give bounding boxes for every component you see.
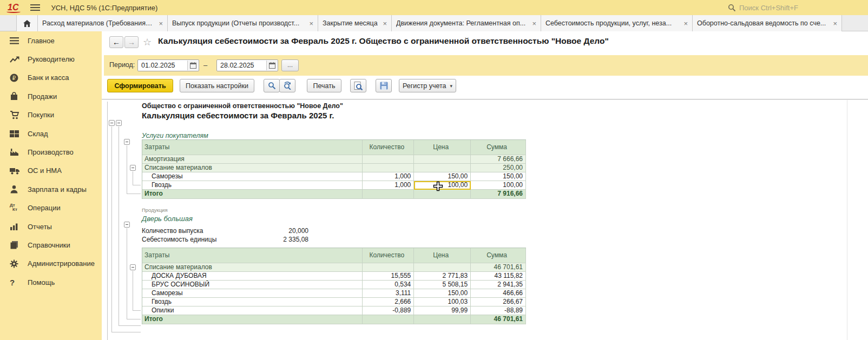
cell-qty[interactable]: 1,000 [363,172,414,181]
sidebar-item-bank-i-kassa[interactable]: ₽ Банк и касса [0,69,102,87]
cell-total-sum[interactable]: 7 916,66 [471,190,526,199]
calendar-icon[interactable] [187,61,198,70]
close-icon[interactable]: × [159,19,163,28]
cell-sum[interactable]: 7 666,66 [471,155,526,164]
save-button[interactable] [376,79,392,92]
sidebar-item-prodazhi[interactable]: Продажи [0,87,102,105]
tab-dvizheniya-dokumenta[interactable]: Движения документа: Регламентная оп... × [392,15,541,31]
tab-osv[interactable]: Оборотно-сальдовая ведомость по сче... × [693,15,842,31]
cell-price[interactable]: 5 508,15 [414,281,471,289]
cell-price[interactable]: 100,03 [414,298,471,306]
main-menu-icon[interactable] [30,4,40,11]
sidebar-item-pomosch[interactable]: ? Помощь [0,273,102,291]
close-icon[interactable]: × [833,19,837,28]
cell-name[interactable]: Гвоздь [142,181,363,190]
tab-rashod-materialov[interactable]: Расход материалов (Требования-накла... × [38,15,168,31]
cell-price[interactable]: 150,00 [414,172,471,181]
sidebar-item-glavnoe[interactable]: Главное [0,31,102,50]
info-value[interactable]: 2 335,08 [283,236,308,243]
cell-sum[interactable]: 150,00 [471,172,526,181]
cell-name[interactable]: Гвоздь [142,298,363,306]
cell-name[interactable]: Саморезы [142,289,363,298]
tab-vypusk-produkcii[interactable]: Выпуск продукции (Отчеты производст... × [168,15,318,31]
period-more-button[interactable]: ... [281,59,299,71]
cell-qty[interactable]: 1,000 [363,181,414,190]
global-search-input[interactable]: Поиск Ctrl+Shift+F [728,2,844,14]
find-button[interactable] [264,79,280,92]
sidebar-item-spravochniki[interactable]: Справочники [0,236,102,254]
cell-sum[interactable]: 250,00 [471,164,526,172]
cell-name[interactable]: Списание материалов [142,263,363,272]
cell-sum[interactable]: 466,66 [471,289,526,298]
sidebar-item-rukovoditelyu[interactable]: Руководителю [0,50,102,68]
sidebar-item-operacii[interactable]: ДтКт Операции [0,199,102,217]
cell-sum[interactable]: 266,67 [471,298,526,306]
print-preview-button[interactable] [350,79,366,92]
collapse-minus-button[interactable] [116,120,122,126]
cell-qty[interactable]: -0,889 [363,306,414,315]
sidebar-item-pokupki[interactable]: Покупки [0,106,102,124]
collapse-minus-button[interactable] [124,222,130,228]
cell-sum[interactable]: 2 941,35 [471,281,526,289]
period-from-input[interactable]: 01.02.2025 [137,59,199,71]
cell-total-label[interactable]: Итого [142,315,363,324]
sidebar-item-sklad[interactable]: Склад [0,124,102,143]
cell-price[interactable] [414,315,471,324]
close-icon[interactable]: × [532,19,536,28]
cell-price[interactable]: 150,00 [414,289,471,298]
register-dropdown-button[interactable]: Регистр учета ▾ [399,79,456,92]
cell-name[interactable]: БРУС ОСИНОВЫЙ [142,281,363,289]
cell-sum[interactable]: 100,00 [471,181,526,190]
close-icon[interactable]: × [383,19,387,28]
close-icon[interactable]: × [309,19,313,28]
cell-qty[interactable]: 2,666 [363,298,414,306]
period-to-input[interactable]: 28.02.2025 [216,59,278,71]
cell-qty[interactable]: 0,534 [363,281,414,289]
sidebar-item-os-i-nma[interactable]: ОС и НМА [0,162,102,180]
cell-qty[interactable] [363,263,414,272]
tab-sebestoimost[interactable]: Себестоимость продукции, услуг, неза... … [541,15,693,31]
cell-total-label[interactable]: Итого [142,190,363,199]
cell-name[interactable]: Саморезы [142,172,363,181]
collapse-minus-button[interactable] [130,264,136,270]
print-button[interactable]: Печать [307,79,341,92]
cell-price[interactable]: 2 771,83 [414,272,471,281]
show-settings-button[interactable]: Показать настройки [180,79,254,92]
back-button[interactable]: ← [109,36,123,48]
tab-home[interactable] [16,15,38,31]
calendar-icon[interactable] [266,61,277,70]
table-row: БРУС ОСИНОВЫЙ 0,534 5 508,15 2 941,35 [142,281,526,289]
cell-qty[interactable] [363,155,414,164]
favorite-star-icon[interactable]: ☆ [143,36,152,48]
find-next-button[interactable] [279,79,295,92]
collapse-minus-button[interactable] [109,120,115,126]
sidebar-item-administrirovanie[interactable]: Администрирование [0,255,102,273]
cell-name[interactable]: Опилки [142,306,363,315]
sidebar-item-proizvodstvo[interactable]: Производство [0,143,102,161]
cell-qty[interactable] [363,315,414,324]
sidebar-item-otchety[interactable]: Отчеты [0,217,102,236]
cell-price[interactable]: 99,99 [414,306,471,315]
cell-qty[interactable]: 15,555 [363,272,414,281]
cell-name[interactable]: Амортизация [142,155,363,164]
cell-price[interactable] [414,155,471,164]
forward-button[interactable]: → [124,36,139,48]
cell-qty[interactable]: 3,111 [363,289,414,298]
cell-sum[interactable]: 43 115,82 [471,272,526,281]
close-icon[interactable]: × [683,19,688,28]
collapse-minus-button[interactable] [124,139,130,145]
cell-sum[interactable]: -88,89 [471,306,526,315]
cell-name[interactable]: Списание материалов [142,164,363,172]
cell-qty[interactable] [363,190,414,199]
cell-name[interactable]: ДОСКА ДУБОВАЯ [142,272,363,281]
collapse-minus-button[interactable] [130,165,136,171]
cell-sum[interactable]: 46 701,61 [471,263,526,272]
tab-zakrytie-mesyaca[interactable]: Закрытие месяца × [318,15,392,31]
cell-total-sum[interactable]: 46 701,61 [471,315,526,324]
generate-button[interactable]: Сформировать [107,79,173,92]
cell-price[interactable] [414,164,471,172]
cell-price[interactable] [414,263,471,272]
cell-qty[interactable] [363,164,414,172]
info-value[interactable]: 20,000 [288,227,308,235]
sidebar-item-zarplata[interactable]: Зарплата и кадры [0,180,102,198]
